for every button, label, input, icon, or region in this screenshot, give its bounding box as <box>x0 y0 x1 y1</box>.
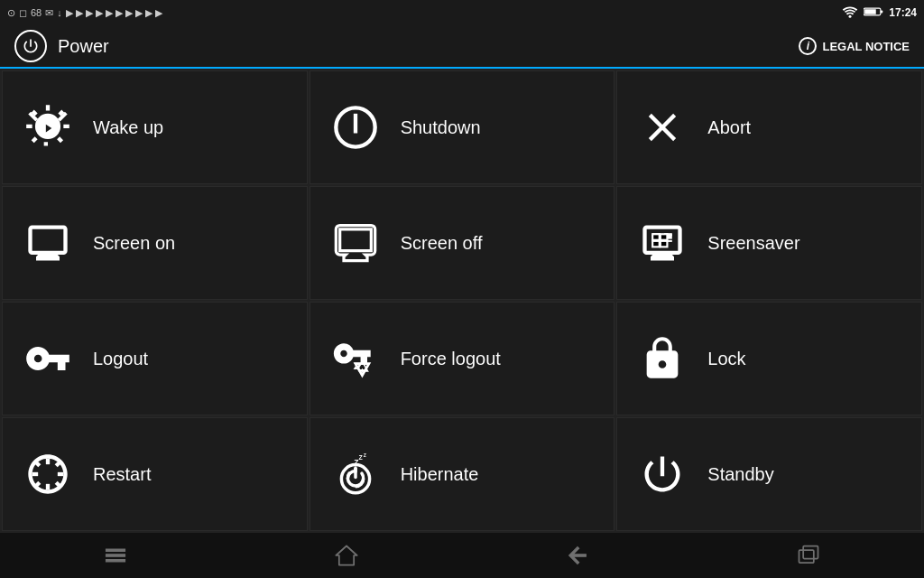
lock-label: Lock <box>707 349 745 369</box>
title-left: Power <box>14 30 109 62</box>
restart-label: Restart <box>93 464 151 485</box>
lock-icon <box>635 335 689 382</box>
svg-text:!: ! <box>361 368 363 376</box>
screensaver-button[interactable]: Sreensaver <box>616 186 922 300</box>
screensaver-icon <box>635 219 689 266</box>
badge-68: 68 <box>31 7 42 18</box>
screen-on-button[interactable]: Screen on <box>2 186 308 300</box>
standby-label: Standby <box>707 464 773 485</box>
app-title: Power <box>58 36 109 57</box>
screen-off-button[interactable]: Screen off <box>310 186 615 300</box>
shutdown-label: Shutdown <box>401 117 481 138</box>
recent-apps-button[interactable] <box>796 543 821 568</box>
abort-button[interactable]: Abort <box>616 70 922 184</box>
force-logout-button[interactable]: ! ! Force logout <box>310 302 615 415</box>
key-icon <box>21 335 75 382</box>
svg-rect-16 <box>661 234 668 240</box>
logout-label: Logout <box>93 349 148 369</box>
home-button[interactable] <box>334 543 359 568</box>
hibernate-icon: Z Z Z <box>328 451 383 498</box>
screensaver-label: Sreensaver <box>707 233 799 254</box>
status-bar: ⊙ ◻ 68 ✉ ↓ ▶ ▶ ▶ ▶ ▶ ▶ ▶ ▶ ▶ ▶ 17:24 <box>0 0 924 25</box>
battery-icon <box>864 5 883 21</box>
svg-rect-17 <box>652 241 660 247</box>
wake-up-button[interactable]: Wake up <box>2 70 308 184</box>
abort-icon <box>635 104 689 151</box>
svg-line-29 <box>35 482 40 487</box>
svg-rect-36 <box>803 546 818 559</box>
shutdown-icon <box>328 104 383 151</box>
restart-button[interactable]: Restart <box>2 417 308 531</box>
screen-off-label: Screen off <box>401 233 483 254</box>
download-icon: ↓ <box>57 7 62 18</box>
power-grid: Wake up Shutdown Abort Screen on <box>0 69 924 533</box>
screen-off-icon <box>328 219 383 266</box>
lock-button[interactable]: Lock <box>616 302 922 415</box>
legal-notice-button[interactable]: i LEGAL NOTICE <box>799 37 910 55</box>
force-logout-icon: ! ! <box>328 335 383 382</box>
screen-on-icon <box>21 219 75 266</box>
svg-line-27 <box>56 482 60 487</box>
svg-rect-2 <box>864 9 876 14</box>
hibernate-label: Hibernate <box>401 464 479 485</box>
alarm-status-icon: ⊙ <box>7 7 15 19</box>
back-button[interactable] <box>565 543 590 568</box>
svg-rect-6 <box>353 114 356 134</box>
svg-rect-18 <box>661 241 668 247</box>
notif-icon: ✉ <box>45 7 53 19</box>
standby-icon <box>635 451 689 498</box>
svg-text:Z: Z <box>363 452 366 458</box>
menu-button[interactable] <box>103 543 128 568</box>
logout-button[interactable]: Logout <box>2 302 308 415</box>
nav-bar <box>0 533 924 578</box>
title-bar: Power i LEGAL NOTICE <box>0 25 924 69</box>
legal-notice-label: LEGAL NOTICE <box>822 40 910 53</box>
restart-icon <box>21 451 75 498</box>
square-status-icon: ◻ <box>19 7 27 19</box>
status-right: 17:24 <box>842 5 917 21</box>
alarm-icon <box>21 104 75 151</box>
wifi-icon <box>842 5 858 21</box>
status-icons: ⊙ ◻ 68 ✉ ↓ ▶ ▶ ▶ ▶ ▶ ▶ ▶ ▶ ▶ ▶ <box>7 7 162 19</box>
force-logout-label: Force logout <box>401 349 501 369</box>
app-power-icon <box>14 30 47 62</box>
time-display: 17:24 <box>889 6 917 19</box>
svg-rect-15 <box>652 234 660 240</box>
abort-label: Abort <box>707 117 751 138</box>
svg-rect-3 <box>881 10 882 13</box>
svg-line-26 <box>35 461 40 466</box>
info-icon: i <box>799 37 817 55</box>
svg-point-0 <box>849 14 852 17</box>
shutdown-button[interactable]: Shutdown <box>310 70 615 184</box>
media-icons: ▶ ▶ ▶ ▶ ▶ ▶ ▶ ▶ ▶ ▶ <box>66 7 163 19</box>
screen-on-label: Screen on <box>93 233 175 254</box>
svg-rect-35 <box>799 550 814 563</box>
hibernate-button[interactable]: Z Z Z Hibernate <box>310 417 615 531</box>
svg-line-28 <box>56 461 60 466</box>
standby-button[interactable]: Standby <box>616 417 922 531</box>
wake-up-label: Wake up <box>93 117 163 138</box>
